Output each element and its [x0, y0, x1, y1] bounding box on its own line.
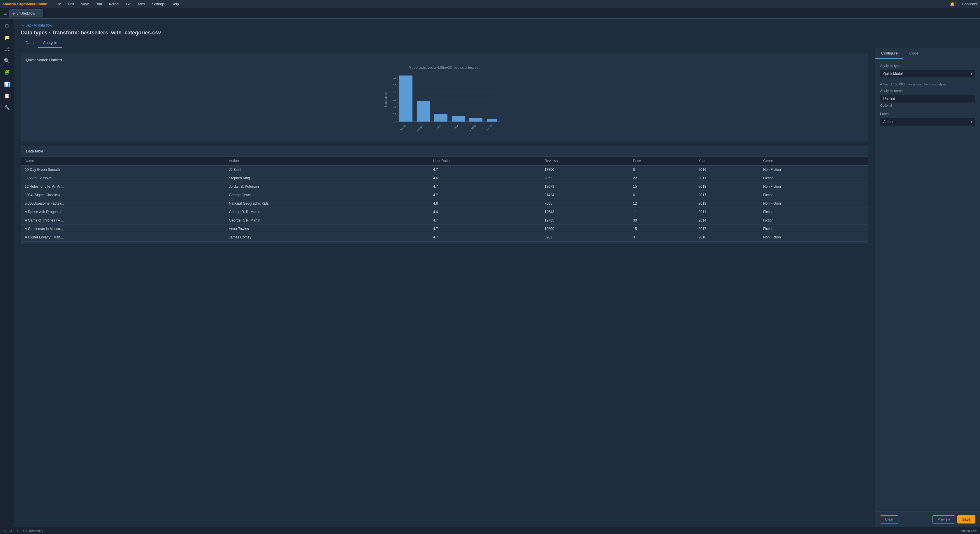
bar-genre — [487, 119, 497, 122]
sidebar-icon-git[interactable]: ⎇ — [2, 44, 12, 54]
status-s: S — [3, 529, 6, 532]
notification-bell-icon[interactable]: 🔔4 — [950, 1, 956, 6]
analysis-type-select[interactable]: Quick ModelTarget LeakageMulticollineari… — [880, 70, 975, 78]
tab-bar: ☰ ◆ untitled.flow × — [0, 8, 980, 19]
table-cell: 8 — [630, 165, 695, 174]
status-filename: untitled.flow — [959, 529, 977, 532]
table-cell: 22 — [630, 174, 695, 183]
table-cell: 7665 — [541, 199, 630, 208]
table-cell: Stephen King — [225, 174, 430, 183]
table-cell: Amor Towles — [225, 225, 430, 233]
tab-untitled-flow[interactable]: ◆ untitled.flow × — [10, 10, 43, 17]
table-cell: George Orwell — [225, 191, 430, 199]
table-row: A Game of Thrones / A ...George R. R. Ma… — [21, 216, 868, 225]
menu-kernel[interactable]: Kernel — [108, 2, 120, 7]
table-cell: 5983 — [541, 233, 630, 242]
table-cell: 30 — [630, 216, 695, 225]
table-cell: 19735 — [541, 216, 630, 225]
table-row: A Gentleman in Mosco...Amor Towles4.7196… — [21, 225, 868, 233]
table-body: 10-Day Green Smoothi...JJ Smith4.7173508… — [21, 165, 868, 244]
label-label: Label — [880, 112, 975, 116]
flow-icon: ◆ — [13, 12, 15, 16]
menu-file[interactable]: File — [54, 2, 62, 7]
table-cell: 17350 — [541, 165, 630, 174]
table-cell: JJ Smith — [225, 165, 430, 174]
table-cell: Fredrik Backman — [225, 242, 430, 244]
data-table-section: Data table Name Author User Rating Revie… — [21, 146, 868, 244]
table-cell: 2011 — [695, 174, 760, 183]
table-cell: George R. R. Martin — [225, 216, 430, 225]
sidebar-icon-home[interactable]: ⊞ — [2, 21, 12, 30]
table-cell: 4.7 — [430, 165, 541, 174]
data-table-scroll[interactable]: Name Author User Rating Reviews Price Ye… — [21, 157, 868, 244]
right-tab-code[interactable]: Code — [903, 48, 924, 59]
analysis-type-select-wrapper: Quick ModelTarget LeakageMulticollineari… — [880, 70, 975, 78]
col-name: Name — [21, 157, 225, 165]
menu-view[interactable]: View — [80, 2, 90, 7]
svg-text:Name: Name — [399, 124, 407, 131]
data-table-title: Data table — [21, 146, 868, 157]
table-row: 10-Day Green Smoothi...JJ Smith4.7173508… — [21, 165, 868, 174]
table-cell: 8 — [630, 242, 695, 244]
bar-rating — [469, 118, 482, 122]
svg-text:0.6: 0.6 — [393, 76, 396, 79]
table-cell: 15 — [630, 225, 695, 233]
tab-data[interactable]: Data — [21, 38, 38, 48]
sidebar-icon-extensions[interactable]: 🧩 — [2, 68, 12, 77]
sidebar-toggle-button[interactable]: ☰ — [1, 10, 10, 17]
table-cell: Fiction — [760, 216, 868, 225]
svg-text:0.4: 0.4 — [393, 91, 396, 94]
chart-section: Quick Model: Untitled Model achieved a 4… — [21, 53, 868, 141]
col-reviews: Reviews — [541, 157, 630, 165]
tab-analysis[interactable]: Analysis — [38, 38, 62, 48]
feedback-link[interactable]: Feedback — [962, 2, 978, 6]
table-cell: 4.7 — [430, 191, 541, 199]
table-cell: A Game of Thrones / A ... — [21, 216, 225, 225]
right-tab-configure[interactable]: Configure — [875, 48, 903, 59]
table-row: A Dance with Dragons (...George R. R. Ma… — [21, 208, 868, 216]
table-cell: 2018 — [695, 233, 760, 242]
analysis-name-label: Analysis name — [880, 89, 975, 93]
menu-git[interactable]: Git — [125, 2, 132, 7]
main-layout: ⊞ 📁 ⎇ 🔍 🧩 📊 📋 🔧 ← Back to data flow Data… — [0, 19, 980, 527]
status-bar: S 3 1 Git: refreshing... untitled.flow — [0, 527, 980, 534]
action-buttons: Preview Save — [932, 515, 975, 523]
sidebar-icon-graph[interactable]: 📊 — [2, 79, 12, 89]
analysis-name-input[interactable] — [880, 95, 975, 103]
sidebar-icon-wrench[interactable]: 🔧 — [2, 103, 12, 112]
table-cell: 4.7 — [430, 216, 541, 225]
table-cell: A Man Called Ove: A No... — [21, 242, 225, 244]
tab-close-button[interactable]: × — [38, 12, 40, 15]
svg-text:Importance: Importance — [384, 92, 387, 107]
svg-text:0.5: 0.5 — [393, 84, 396, 87]
sidebar-icon-files[interactable]: 📁 — [2, 33, 12, 42]
menu-edit[interactable]: Edit — [67, 2, 75, 7]
preview-button[interactable]: Preview — [932, 515, 955, 523]
sidebar-icon-search[interactable]: 🔍 — [2, 56, 12, 65]
table-cell: 12 Rules for Life: An An... — [21, 183, 225, 191]
save-button[interactable]: Save — [957, 515, 975, 523]
back-to-dataflow-link[interactable]: ← Back to data flow — [21, 23, 973, 27]
svg-text:Genre: Genre — [485, 124, 493, 132]
col-year: Year — [695, 157, 760, 165]
table-cell: 4.7 — [430, 225, 541, 233]
table-cell: James Comey — [225, 233, 430, 242]
table-cell: 2016 — [695, 242, 760, 244]
menu-run[interactable]: Run — [94, 2, 103, 7]
menu-tabs[interactable]: Tabs — [137, 2, 146, 7]
table-cell: 2019 — [695, 199, 760, 208]
app-name: Amazon SageMaker Studio — [2, 2, 47, 6]
menu-help[interactable]: Help — [170, 2, 180, 7]
col-price: Price — [630, 157, 695, 165]
analysis-type-label: Analysis type — [880, 64, 975, 68]
table-cell: 4.8 — [430, 199, 541, 208]
svg-text:Price: Price — [435, 124, 442, 130]
table-cell: 2018 — [695, 183, 760, 191]
left-sidebar: ⊞ 📁 ⎇ 🔍 🧩 📊 📋 🔧 — [0, 19, 14, 527]
clear-button[interactable]: Clear — [880, 515, 898, 523]
sub-tabs: Data Analysis — [14, 38, 980, 48]
table-cell: 11 — [630, 208, 695, 216]
sidebar-icon-catalog[interactable]: 📋 — [2, 91, 12, 100]
label-select[interactable]: AuthorNameUser RatingReviewsPriceYearGen… — [880, 118, 975, 126]
menu-settings[interactable]: Settings — [151, 2, 165, 7]
